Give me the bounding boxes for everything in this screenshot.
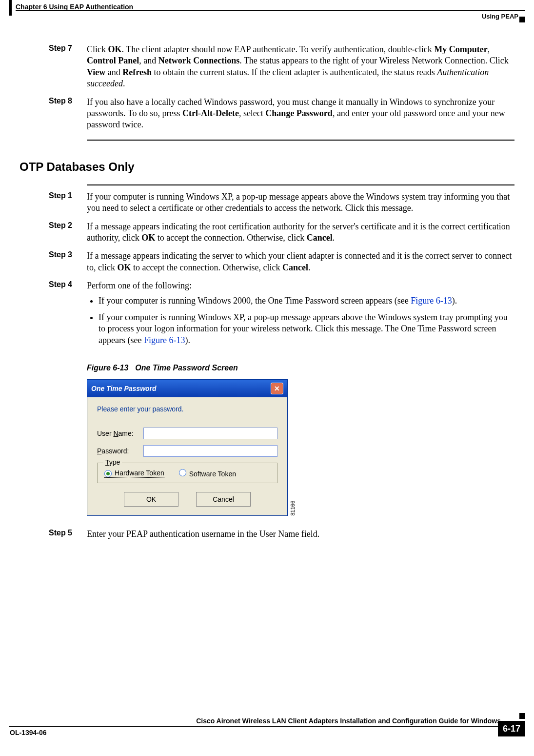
- t: User: [97, 429, 113, 437]
- footer-doc-id: OL-1394-06: [10, 729, 46, 736]
- t: OK: [141, 233, 155, 243]
- close-icon[interactable]: ✕: [271, 383, 283, 394]
- t: ).: [452, 296, 457, 306]
- otp-step-4-label: Step 4: [49, 280, 87, 289]
- header-chapter: Chapter 6 Using EAP Authentication: [16, 3, 133, 11]
- otp-step-2-label: Step 2: [49, 221, 87, 230]
- password-label: Password:: [97, 447, 143, 455]
- t: to accept the connection. Otherwise, cli…: [155, 233, 306, 243]
- link-figure-6-13[interactable]: Figure 6-13: [411, 296, 452, 306]
- header-rule: [16, 10, 525, 11]
- otp-step-3-row: Step 3 If a message appears indicating t…: [49, 250, 514, 273]
- t: Refresh: [122, 67, 152, 77]
- type-groupbox: Type Hardware Token Software Token: [97, 463, 277, 483]
- otp-step-4-body: Perform one of the following: If your co…: [87, 280, 514, 351]
- t: P: [97, 447, 101, 455]
- t: .: [123, 79, 125, 88]
- t: Cancel: [307, 233, 333, 243]
- figure-side-tag: 81166: [290, 501, 296, 516]
- figure-6-13: One Time Password ✕ Please enter your pa…: [87, 379, 514, 516]
- step-8-label: Step 8: [49, 97, 87, 105]
- step-7-label: Step 7: [49, 44, 87, 53]
- t: ype: [109, 458, 120, 466]
- username-row: User Name:: [97, 428, 277, 439]
- dialog-message: Please enter your password.: [97, 405, 277, 413]
- otp-step-3-label: Step 3: [49, 250, 87, 259]
- t: . The client adapter should now EAP auth…: [122, 44, 435, 54]
- t: Cancel: [282, 263, 308, 272]
- t: T: [105, 458, 109, 466]
- username-input[interactable]: [143, 428, 277, 439]
- t: to accept the connection. Otherwise, cli…: [131, 263, 282, 272]
- procedure-end-rule: [87, 140, 514, 141]
- bullet-1: If your computer is running Windows 2000…: [99, 295, 514, 306]
- figure-number: Figure 6-13: [87, 364, 128, 372]
- page: Chapter 6 Using EAP Authentication Using…: [0, 0, 534, 756]
- t: ,: [488, 44, 490, 54]
- step-8-row: Step 8 If you also have a locally cached…: [49, 97, 514, 131]
- t: Enter your PEAP authentication username …: [87, 529, 319, 539]
- header-left-bar: [9, 0, 12, 16]
- username-label: User Name:: [97, 429, 143, 437]
- otp-step-5-row: Step 5 Enter your PEAP authentication us…: [49, 529, 514, 540]
- t: .: [308, 263, 311, 272]
- type-legend: Type: [103, 458, 122, 466]
- t: View: [87, 67, 105, 77]
- procedure-start-rule: [87, 184, 514, 185]
- header-section: Using PEAP: [482, 13, 518, 20]
- t: Delete: [216, 108, 239, 118]
- radio-hardware-token[interactable]: Hardware Token: [104, 469, 164, 478]
- content: Step 7 Click OK. The client adapter shou…: [49, 44, 514, 547]
- t: , select: [239, 108, 265, 118]
- t: C: [213, 495, 218, 503]
- t: Alt: [201, 108, 213, 118]
- t: Control Panel: [87, 56, 139, 65]
- t: H: [115, 469, 119, 477]
- otp-step-1-body: If your computer is running Windows XP, …: [87, 191, 514, 214]
- dialog-button-row: OK Cancel: [97, 492, 277, 507]
- step-7-body: Click OK. The client adapter should now …: [87, 44, 514, 90]
- t: My Computer: [434, 44, 487, 54]
- t: ame:: [119, 429, 134, 437]
- password-input[interactable]: [143, 445, 277, 457]
- otp-step-1-label: Step 1: [49, 191, 87, 200]
- link-figure-6-13[interactable]: Figure 6-13: [144, 335, 185, 345]
- cancel-button[interactable]: Cancel: [196, 492, 251, 507]
- t: OK: [117, 263, 131, 272]
- t: Ctrl: [182, 108, 198, 118]
- otp-step-5-label: Step 5: [49, 529, 87, 537]
- t: Change Password: [265, 108, 333, 118]
- radio-software-token[interactable]: Software Token: [179, 469, 236, 478]
- figure-title: One Time Password Screen: [135, 364, 237, 372]
- t: .: [333, 233, 335, 243]
- dialog-body: Please enter your password. User Name: P…: [87, 397, 287, 515]
- t: to obtain the current status. If the cli…: [152, 67, 437, 77]
- t: Click: [87, 44, 108, 54]
- dialog-title-text: One Time Password: [91, 385, 157, 392]
- otp-step-2-row: Step 2 If a message appears indicating t…: [49, 221, 514, 244]
- radio-icon: [179, 469, 186, 476]
- t: O: [146, 495, 152, 503]
- t: OK: [108, 44, 122, 54]
- t: ).: [185, 335, 190, 345]
- t: S: [189, 470, 194, 478]
- ok-button[interactable]: OK: [124, 492, 178, 507]
- header-right-block: [519, 17, 525, 22]
- one-time-password-dialog: One Time Password ✕ Please enter your pa…: [87, 379, 288, 516]
- otp-step-4-bullets: If your computer is running Windows 2000…: [87, 295, 514, 346]
- t: , and: [139, 56, 158, 65]
- password-row: Password:: [97, 445, 277, 457]
- t: If your computer is running Windows 2000…: [99, 296, 411, 306]
- otp-step-4-row: Step 4 Perform one of the following: If …: [49, 280, 514, 351]
- t: ancel: [218, 495, 234, 503]
- t: If your computer is running Windows XP, …: [87, 192, 510, 213]
- dialog-title-bar: One Time Password ✕: [87, 380, 287, 397]
- otp-step-5-body: Enter your PEAP authentication username …: [87, 529, 514, 540]
- step-7-row: Step 7 Click OK. The client adapter shou…: [49, 44, 514, 90]
- t: . The status appears to the right of you…: [239, 56, 509, 65]
- footer-rule: [9, 726, 506, 727]
- section-heading-otp: OTP Databases Only: [20, 160, 514, 174]
- footer-book-title: Cisco Aironet Wireless LAN Client Adapte…: [196, 717, 501, 725]
- footer-page-number: 6-17: [498, 721, 525, 736]
- t: N: [113, 429, 118, 437]
